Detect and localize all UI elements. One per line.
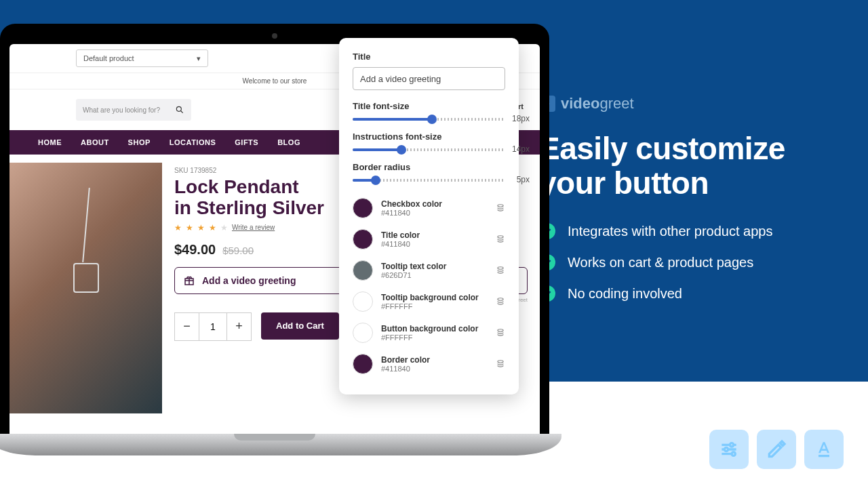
feature-item: Works on cart & product pages: [539, 254, 841, 270]
slider-value: 5px: [517, 175, 530, 184]
slider-value: 18px: [512, 114, 530, 123]
color-name: Tooltip background color: [381, 293, 488, 302]
search-icon: [175, 105, 184, 115]
color-row[interactable]: Title color #411840: [353, 224, 505, 255]
svg-point-0: [730, 443, 733, 447]
stack-icon[interactable]: [496, 328, 505, 338]
tool-chips: [709, 430, 844, 469]
svg-point-9: [498, 298, 503, 301]
nav-item[interactable]: LOCATIONS: [170, 138, 216, 146]
color-name: Border color: [381, 355, 488, 365]
svg-point-11: [498, 361, 503, 363]
color-hex: #626D71: [381, 271, 488, 279]
slider-row: Border radius 5px: [353, 162, 505, 182]
gift-icon: [183, 274, 195, 287]
color-name: Title color: [381, 230, 488, 240]
svg-point-7: [498, 236, 503, 239]
color-row[interactable]: Tooltip text color #626D71: [353, 255, 505, 286]
color-row[interactable]: Button background color #FFFFFF: [353, 317, 505, 348]
slider-row: Instructions font-size 14px: [353, 131, 505, 151]
svg-point-4: [176, 106, 181, 111]
nav-item[interactable]: SHOP: [128, 138, 151, 146]
color-name: Tooltip text color: [381, 262, 488, 271]
search-input[interactable]: What are you looking for?: [76, 99, 191, 121]
color-swatch[interactable]: [353, 198, 373, 218]
chevron-down-icon: ▾: [197, 54, 201, 63]
qty-decrement[interactable]: −: [175, 313, 199, 340]
add-to-cart-button[interactable]: Add to Cart: [261, 312, 339, 340]
slider-value: 14px: [512, 144, 530, 154]
color-swatch[interactable]: [353, 354, 373, 374]
color-name: Button background color: [381, 324, 488, 333]
feature-item: No coding involved: [539, 285, 841, 302]
nav-item[interactable]: ABOUT: [81, 138, 109, 146]
svg-point-6: [498, 205, 503, 207]
svg-rect-3: [818, 455, 829, 457]
marketing-panel: videogreet Easily customize your button …: [539, 95, 841, 317]
eyedropper-icon[interactable]: [757, 430, 796, 469]
nav-item[interactable]: HOME: [38, 138, 62, 146]
svg-point-10: [498, 329, 503, 332]
color-hex: #411840: [381, 365, 488, 373]
qty-increment[interactable]: +: [226, 313, 251, 340]
write-review-link[interactable]: Write a review: [232, 224, 275, 231]
slider[interactable]: 18px: [353, 118, 505, 121]
color-hex: #FFFFFF: [381, 302, 488, 310]
laptop-base: [0, 434, 561, 455]
color-swatch[interactable]: [353, 323, 373, 343]
slider-row: Title font-size 18px: [353, 101, 505, 121]
slider-label: Instructions font-size: [353, 131, 505, 142]
color-hex: #FFFFFF: [381, 333, 488, 342]
color-hex: #411840: [381, 240, 488, 248]
feature-item: Integrates with other product apps: [539, 223, 841, 239]
slider-label: Border radius: [353, 162, 505, 172]
svg-point-2: [732, 452, 735, 455]
slider-label: Title font-size: [353, 101, 505, 111]
feature-list: Integrates with other product apps Works…: [539, 223, 841, 302]
svg-point-1: [724, 447, 728, 451]
color-row[interactable]: Border color #411840: [353, 348, 505, 380]
svg-point-8: [498, 267, 503, 270]
stack-icon[interactable]: [496, 297, 505, 306]
stack-icon[interactable]: [496, 235, 505, 244]
color-row[interactable]: Checkbox color #411840: [353, 192, 505, 224]
stack-icon[interactable]: [496, 203, 505, 213]
color-swatch[interactable]: [353, 291, 373, 312]
nav-item[interactable]: BLOG: [277, 138, 300, 146]
color-name: Checkbox color: [381, 199, 488, 209]
sliders-icon[interactable]: [709, 430, 749, 469]
color-swatch[interactable]: [353, 229, 373, 249]
color-row[interactable]: Tooltip background color #FFFFFF: [353, 286, 505, 317]
quantity-stepper[interactable]: − +: [174, 312, 252, 341]
stack-icon[interactable]: [496, 359, 505, 369]
settings-card: Title Title font-size 18px Instructions …: [339, 38, 519, 394]
brand-logo: videogreet: [539, 95, 841, 113]
slider[interactable]: 14px: [353, 148, 505, 151]
color-swatch[interactable]: [353, 260, 373, 281]
title-label: Title: [353, 52, 505, 62]
qty-input[interactable]: [199, 313, 226, 340]
title-input[interactable]: [353, 67, 505, 90]
camera-icon: [272, 33, 277, 39]
slider[interactable]: 5px: [353, 179, 505, 182]
headline: Easily customize your button: [539, 131, 841, 200]
stack-icon[interactable]: [496, 266, 505, 275]
nav-item[interactable]: GIFTS: [235, 138, 258, 146]
color-hex: #411840: [381, 209, 488, 217]
font-icon[interactable]: [804, 430, 844, 469]
product-select[interactable]: Default product ▾: [76, 49, 208, 67]
product-image: [9, 163, 162, 413]
